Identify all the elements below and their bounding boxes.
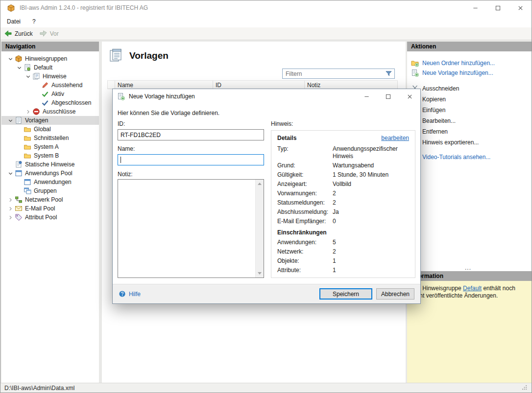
action-new-folder[interactable]: Neuen Ordner hinzufügen... bbox=[407, 58, 532, 68]
restriction-label: Anwendungen: bbox=[277, 239, 333, 246]
dialog-minimize-button[interactable] bbox=[356, 89, 377, 104]
dialog-maximize-button[interactable] bbox=[377, 89, 399, 104]
tree-item-statische-hinweise[interactable]: Statische Hinweise bbox=[1, 160, 99, 169]
forward-label: Vor bbox=[50, 30, 59, 37]
tree-item-vorlagen[interactable]: Vorlagen bbox=[1, 116, 99, 125]
back-button[interactable]: Zurück bbox=[4, 30, 33, 37]
column-id[interactable]: ID bbox=[213, 80, 305, 89]
action-label: Kopieren bbox=[422, 96, 446, 103]
tree-item-ausstehend[interactable]: Ausstehend bbox=[1, 81, 99, 90]
name-input[interactable] bbox=[118, 154, 264, 165]
tree-item-schnittstellen[interactable]: Schnittstellen bbox=[1, 134, 99, 142]
tree-item-global[interactable]: Global bbox=[1, 125, 99, 134]
hinweis-label: Hinweis: bbox=[271, 120, 293, 127]
chevron-spacer bbox=[15, 134, 24, 142]
detail-row: Abschlussmeldung:Ja bbox=[277, 208, 409, 216]
close-icon bbox=[518, 5, 523, 11]
tree-item-label: Default bbox=[34, 64, 52, 71]
title-bar: IBI-aws Admin 1.24.0 - registriert für I… bbox=[0, 0, 532, 15]
minimize-button[interactable] bbox=[464, 0, 486, 15]
chevron-spacer bbox=[15, 152, 24, 160]
chevron-down-icon[interactable] bbox=[24, 72, 32, 80]
action-remove[interactable]: Entfernen bbox=[407, 127, 532, 137]
tree-item-abgeschlossen[interactable]: Abgeschlossen bbox=[1, 98, 99, 107]
action-cut[interactable]: Ausschneiden bbox=[407, 84, 532, 93]
chevron-right-icon[interactable] bbox=[6, 213, 15, 221]
chevron-down-icon[interactable] bbox=[6, 55, 15, 63]
folder-icon bbox=[24, 125, 31, 133]
detail-value: 1 Stunde, 30 Minuten bbox=[333, 171, 409, 179]
column-name[interactable]: Name bbox=[115, 80, 213, 89]
bearbeiten-link[interactable]: bearbeiten bbox=[381, 135, 409, 141]
app-window: IBI-aws Admin 1.24.0 - registriert für I… bbox=[0, 0, 532, 393]
chevron-down-icon[interactable] bbox=[6, 169, 15, 177]
tree-item-anwendungen[interactable]: Anwendungen bbox=[1, 178, 99, 186]
action-new-template[interactable]: Neue Vorlage hinzufügen... bbox=[407, 68, 532, 78]
maximize-button[interactable] bbox=[486, 0, 509, 15]
tree-item-label: Anwendungs Pool bbox=[25, 170, 73, 177]
action-copy[interactable]: Kopieren bbox=[407, 94, 532, 104]
dialog-close-button[interactable] bbox=[399, 89, 420, 104]
tree-item-label: Statische Hinweise bbox=[25, 161, 74, 168]
toolbar: Zurück Vor bbox=[0, 27, 532, 40]
action-paste[interactable]: Einfügen bbox=[407, 105, 532, 115]
action-video-tutorials[interactable]: Video-Tutorials ansehen... bbox=[407, 152, 532, 162]
tree-item-netzwerk-pool[interactable]: Netzwerk Pool bbox=[1, 195, 99, 204]
menu-help[interactable]: ? bbox=[32, 18, 36, 25]
tree-item-aktiv[interactable]: Aktiv bbox=[1, 90, 99, 98]
id-input[interactable] bbox=[118, 129, 264, 140]
filter-funnel-icon[interactable] bbox=[385, 70, 392, 77]
dialog-title: Neue Vorlage hinzufügen bbox=[129, 93, 195, 100]
chevron-right-icon[interactable] bbox=[6, 196, 15, 204]
scrollbar[interactable] bbox=[255, 180, 264, 277]
tree-item-email-pool[interactable]: E-Mail Pool bbox=[1, 204, 99, 213]
tree-item-system-a[interactable]: System A bbox=[1, 142, 99, 151]
chevron-right-icon[interactable] bbox=[6, 205, 15, 212]
chevron-right-icon[interactable] bbox=[24, 108, 32, 116]
cancel-button[interactable]: Abbrechen bbox=[376, 288, 414, 300]
detail-row: E-Mail Empfänger:0 bbox=[277, 218, 409, 225]
column-icon[interactable] bbox=[108, 80, 115, 89]
menu-datei[interactable]: Datei bbox=[7, 18, 21, 25]
tree-item-system-b[interactable]: System B bbox=[1, 151, 99, 160]
dialog-titlebar[interactable]: Neue Vorlage hinzufügen bbox=[113, 89, 420, 104]
pinned-page-icon bbox=[15, 161, 23, 168]
actions-panel: Aktionen Neuen Ordner hinzufügen... Neue… bbox=[407, 42, 532, 271]
chevron-spacer bbox=[15, 143, 24, 151]
close-icon bbox=[407, 94, 412, 99]
detail-value: Vollbild bbox=[333, 181, 409, 188]
tree-item-hinweisgruppen[interactable]: Hinweisgruppen bbox=[1, 54, 99, 63]
hinweis-details-box: Details bearbeiten Typ:Anwendungsspezifi… bbox=[271, 130, 415, 278]
back-label: Zurück bbox=[15, 30, 33, 37]
template-icon bbox=[15, 116, 23, 124]
minimize-icon bbox=[473, 5, 478, 11]
navigation-tree: Hinweisgruppen Default Hinweise Ausstehe… bbox=[1, 51, 99, 222]
tree-item-anwendungs-pool[interactable]: Anwendungs Pool bbox=[1, 169, 99, 178]
notiz-textarea[interactable] bbox=[118, 179, 264, 278]
help-link[interactable]: Hilfe bbox=[119, 290, 141, 298]
tree-item-default[interactable]: Default bbox=[1, 63, 99, 72]
scroll-up-icon[interactable] bbox=[256, 180, 264, 188]
tree-item-hinweise[interactable]: Hinweise bbox=[1, 72, 99, 81]
dialog-window-controls bbox=[356, 89, 420, 104]
chevron-down-icon[interactable] bbox=[6, 116, 15, 124]
default-group-link[interactable]: Default bbox=[463, 285, 482, 292]
column-notiz[interactable]: Notiz bbox=[305, 80, 398, 89]
new-template-dialog: Neue Vorlage hinzufügen Hier können Sie … bbox=[112, 89, 421, 304]
page-gear-icon bbox=[24, 64, 31, 71]
filter-input[interactable] bbox=[283, 70, 385, 77]
tree-item-ausschluesse[interactable]: Ausschlüsse bbox=[1, 107, 99, 116]
resize-grip[interactable] bbox=[522, 385, 528, 391]
chevron-down-icon[interactable] bbox=[15, 64, 24, 71]
scroll-down-icon[interactable] bbox=[256, 269, 264, 277]
help-icon bbox=[119, 290, 126, 298]
tree-item-attribut-pool[interactable]: Attribut Pool bbox=[1, 213, 99, 222]
action-edit[interactable]: Bearbeiten... bbox=[407, 116, 532, 126]
forward-button[interactable]: Vor bbox=[39, 30, 59, 37]
maximize-icon bbox=[386, 94, 391, 99]
close-button[interactable] bbox=[509, 0, 532, 15]
action-export-hinweis[interactable]: Hinweis exportieren... bbox=[407, 138, 532, 147]
tree-item-gruppen[interactable]: Gruppen bbox=[1, 186, 99, 195]
save-button[interactable]: Speichern bbox=[319, 288, 372, 300]
tree-item-label: Ausschlüsse bbox=[43, 108, 75, 115]
